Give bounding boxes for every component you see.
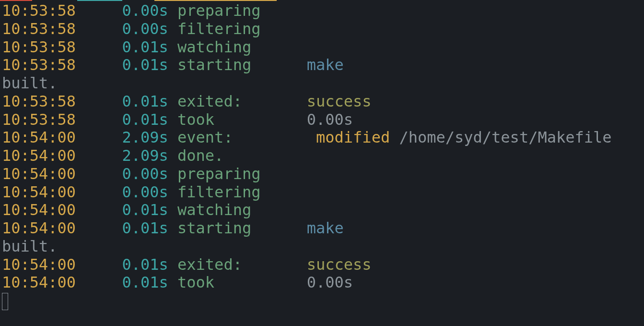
action: took (168, 274, 288, 292)
timestamp: 10:54:00 (2, 274, 85, 292)
action: preparing (168, 2, 288, 20)
elapsed: 0.01s (104, 274, 168, 292)
elapsed: 0.00s (104, 183, 168, 202)
timestamp: 10:54:00 (2, 147, 85, 165)
action: filtering (168, 20, 288, 38)
log-line: 10:54:00 0.01swatching (2, 201, 642, 219)
action: watching (168, 38, 288, 57)
log-line: 10:54:00 0.01stook 0.00s (2, 274, 642, 292)
event-path: /home/syd/test/Makefile (399, 128, 611, 146)
output-text: built. (2, 74, 58, 93)
action: starting (168, 56, 288, 74)
elapsed: 0.01s (104, 56, 168, 74)
log-line: 10:54:00 0.01sstarting make (2, 219, 642, 238)
elapsed: 0.00s (104, 2, 168, 20)
elapsed: 0.01s (104, 93, 168, 111)
timestamp: 10:54:00 (2, 201, 85, 219)
elapsed: 0.01s (104, 201, 168, 219)
log-line: 10:53:58 0.01stook 0.00s (2, 111, 642, 129)
log-line: 10:54:00 0.01sexited: success (2, 256, 642, 274)
elapsed: 0.01s (104, 219, 168, 238)
timestamp: 10:53:58 (2, 56, 85, 74)
event-type: modified (316, 128, 390, 146)
extra: 0.00s (288, 111, 353, 129)
log-line: 10:53:58 0.01sexited: success (2, 93, 642, 111)
timestamp: 10:53:58 (2, 93, 85, 111)
log-line: 10:53:58 0.00spreparing (2, 2, 642, 20)
elapsed: 0.01s (104, 111, 168, 129)
log-line: 10:54:00 2.09sdone. (2, 147, 642, 165)
timestamp: 10:54:00 (2, 256, 85, 274)
action: done. (168, 147, 288, 165)
cursor (2, 293, 8, 310)
action: preparing (168, 165, 288, 183)
extra: success (288, 256, 371, 274)
timestamp: 10:54:00 (2, 219, 85, 238)
timestamp: 10:54:00 (2, 183, 85, 202)
extra: make (288, 56, 344, 74)
timestamp: 10:53:58 (2, 20, 85, 38)
elapsed: 2.09s (104, 147, 168, 165)
elapsed: 0.00s (104, 20, 168, 38)
output-text: built. (2, 238, 58, 256)
terminal-output[interactable]: 10:53:58 0.00spreparing 10:53:58 0.00sfi… (0, 0, 644, 310)
action: starting (168, 219, 288, 238)
elapsed: 0.01s (104, 38, 168, 57)
output-line: built. (2, 74, 642, 93)
log-line: 10:54:00 0.00sfiltering (2, 183, 642, 202)
timestamp: 10:53:58 (2, 38, 85, 57)
extra: 0.00s (288, 274, 353, 292)
elapsed: 0.00s (104, 165, 168, 183)
event-detail: modified /home/syd/test/Makefile (288, 129, 611, 147)
action: exited: (168, 256, 288, 274)
log-line: 10:54:00 2.09sevent: modified /home/syd/… (2, 129, 642, 147)
log-line: 10:53:58 0.01sstarting make (2, 56, 642, 74)
log-line: 10:53:58 0.01swatching (2, 38, 642, 57)
timestamp: 10:54:00 (2, 129, 85, 147)
extra: make (288, 219, 344, 238)
elapsed: 0.01s (104, 256, 168, 274)
timestamp: 10:53:58 (2, 2, 85, 20)
output-line: built. (2, 238, 642, 256)
action: took (168, 111, 288, 129)
cursor-line (2, 292, 642, 310)
action: watching (168, 201, 288, 219)
action: exited: (168, 93, 288, 111)
action: filtering (168, 183, 288, 202)
log-line: 10:54:00 0.00spreparing (2, 165, 642, 183)
log-line: 10:53:58 0.00sfiltering (2, 20, 642, 38)
timestamp: 10:54:00 (2, 165, 85, 183)
action: event: (168, 129, 288, 147)
extra: success (288, 93, 371, 111)
elapsed: 2.09s (104, 129, 168, 147)
timestamp: 10:53:58 (2, 111, 85, 129)
